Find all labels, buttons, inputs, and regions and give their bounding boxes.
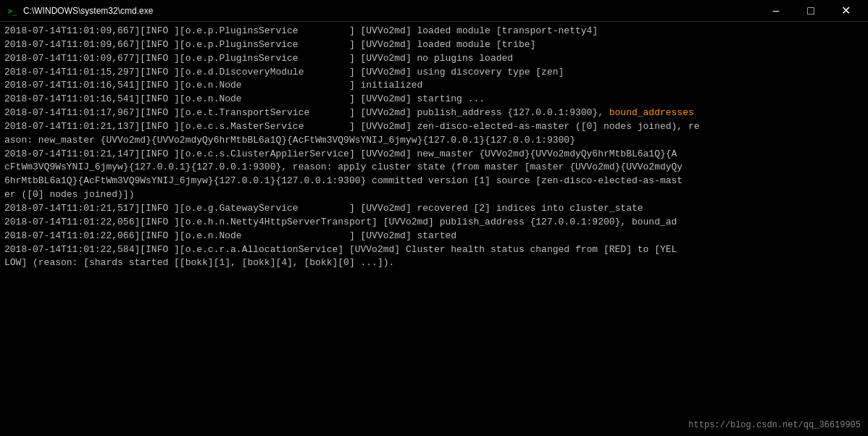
console-line: LOW] (reason: [shards started [[bokk][1]… — [4, 256, 864, 270]
console-line: 2018-07-14T11:01:09,667][INFO ][o.e.p.Pl… — [4, 25, 864, 38]
title-bar-controls: – □ ✕ — [759, 1, 862, 21]
console-line: 2018-07-14T11:01:22,066][INFO ][o.e.n.No… — [4, 230, 864, 243]
console-line: ason: new_master {UVVo2md}{UVVo2mdyQy6hr… — [4, 134, 864, 148]
console-output: 2018-07-14T11:01:09,667][INFO ][o.e.p.Pl… — [4, 25, 864, 270]
console-line: 2018-07-14T11:01:09,677][INFO ][o.e.p.Pl… — [4, 52, 864, 66]
console-line: 2018-07-14T11:01:22,584][INFO ][o.e.c.r.… — [4, 243, 864, 257]
maximize-button[interactable]: □ — [794, 1, 827, 21]
console-line: 2018-07-14T11:01:21,517][INFO ][o.e.g.Ga… — [4, 202, 864, 216]
watermark: https://blog.csdn.net/qq_36619905 — [688, 420, 861, 430]
console-line: cFtWm3VQ9WsYNIJ_6jmyw}{127.0.0.1}{127.0.… — [4, 161, 864, 175]
title-bar-left: >_ C:\WINDOWS\system32\cmd.exe — [6, 5, 153, 17]
cmd-window: >_ C:\WINDOWS\system32\cmd.exe – □ ✕ 201… — [0, 0, 868, 436]
close-button[interactable]: ✕ — [829, 1, 862, 21]
console-line: 2018-07-14T11:01:21,137][INFO ][o.e.c.s.… — [4, 120, 864, 134]
cmd-icon: >_ — [6, 5, 17, 17]
console-line: 2018-07-14T11:01:21,147][INFO ][o.e.c.s.… — [4, 148, 864, 162]
window-title: C:\WINDOWS\system32\cmd.exe — [23, 6, 153, 16]
console-line: 2018-07-14T11:01:16,541][INFO ][o.e.n.No… — [4, 79, 864, 93]
console-line: 2018-07-14T11:01:16,541][INFO ][o.e.n.No… — [4, 93, 864, 106]
svg-text:>_: >_ — [8, 7, 17, 16]
title-bar: >_ C:\WINDOWS\system32\cmd.exe – □ ✕ — [0, 0, 868, 22]
console-line: 2018-07-14T11:01:17,967][INFO ][o.e.t.Tr… — [4, 106, 864, 120]
console-line: 2018-07-14T11:01:09,667][INFO ][o.e.p.Pl… — [4, 38, 864, 52]
minimize-button[interactable]: – — [759, 1, 793, 21]
console-area: 2018-07-14T11:01:09,667][INFO ][o.e.p.Pl… — [0, 22, 868, 436]
console-line: 6hrMtbBL6a1Q}{AcFtWm3VQ9WsYNIJ_6jmyw}{12… — [4, 175, 864, 188]
console-line: er ([0] nodes joined)]) — [4, 188, 864, 202]
console-line: 2018-07-14T11:01:15,297][INFO ][o.e.d.Di… — [4, 66, 864, 80]
console-line: 2018-07-14T11:01:22,056][INFO ][o.e.h.n.… — [4, 216, 864, 230]
